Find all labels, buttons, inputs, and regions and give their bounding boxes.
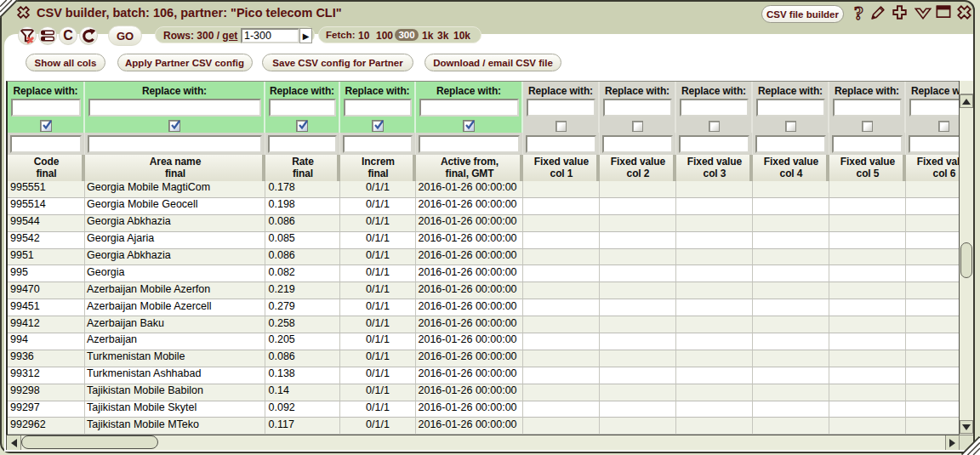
svg-text:?: ? (854, 4, 864, 22)
